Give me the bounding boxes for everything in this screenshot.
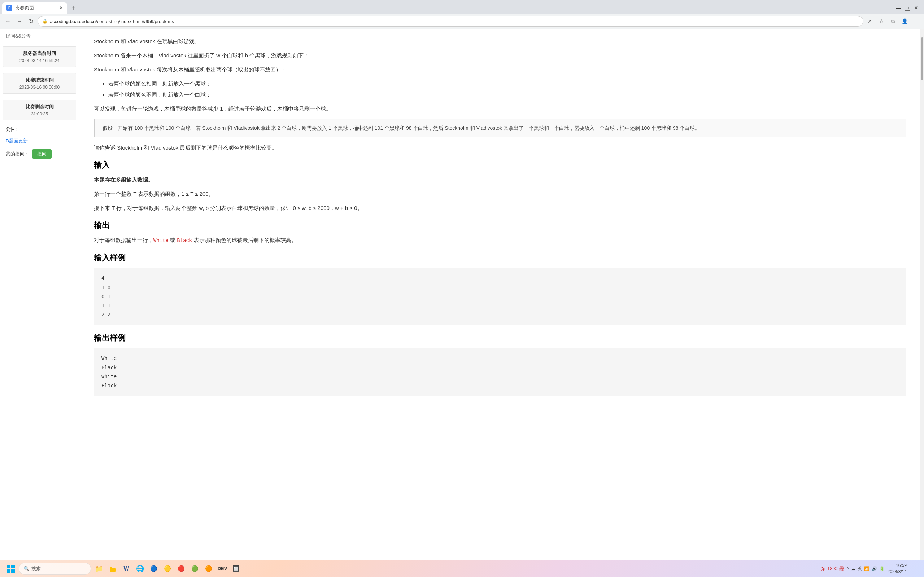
taskbar-app-dev[interactable]: DEV (216, 562, 229, 575)
nav-actions: ↗ ☆ ⧉ 👤 ⋮ (865, 16, 921, 26)
taskbar-app-5[interactable]: 🟠 (202, 562, 215, 575)
output-desc: 对于每组数据输出一行，White 或 Black 表示那种颜色的球被最后剩下的概… (94, 235, 906, 245)
input-title: 输入 (94, 160, 906, 171)
tab-title: 比赛页面 (15, 5, 34, 11)
show-desktop-button[interactable] (909, 564, 920, 574)
taskbar-app-3[interactable]: 🔴 (175, 562, 188, 575)
tab-close-button[interactable]: × (60, 5, 63, 11)
rule-1: 若两个球的颜色相同，则新放入一个黑球； (108, 79, 906, 89)
systray-lang[interactable]: 英 (858, 566, 862, 572)
server-time-value: 2023-03-14 16:59:24 (7, 58, 72, 63)
output-desc-suffix: 表示那种颜色的球被最后剩下的概率较高。 (192, 237, 296, 243)
contest-remain-value: 31:00:35 (7, 111, 72, 116)
output-title: 输出 (94, 220, 906, 231)
output-code-black: Black (177, 238, 192, 243)
rule-2: 若两个球的颜色不同，则新放入一个白球； (108, 90, 906, 100)
taskbar-app-6[interactable]: 🔲 (229, 562, 242, 575)
output-desc-middle: 或 (168, 237, 177, 243)
input-example-code: 4 1 0 0 1 1 1 2 2 (94, 268, 906, 325)
output-example-code: White Black White Black (94, 348, 906, 396)
systray-battery[interactable]: 🔋 (879, 566, 885, 571)
main-content: Stockholm 和 Vladivostok 在玩黑白球游戏。 Stockho… (79, 29, 921, 560)
lock-icon: 🔒 (42, 19, 48, 24)
notice-label: 公告: (0, 123, 79, 135)
server-time-label: 服务器当前时间 (7, 50, 72, 56)
taskbar-app-files[interactable]: 📁 (92, 562, 105, 575)
input-example-title: 输入样例 (94, 253, 906, 263)
taskbar-app-4[interactable]: 🟢 (188, 562, 201, 575)
reload-button[interactable]: ↻ (26, 16, 36, 26)
taskbar-app-2[interactable]: 🟡 (161, 562, 174, 575)
browser-chrome: B 比赛页面 × + — □ × ← → ↻ 🔒 accoding.buaa.e… (0, 0, 924, 29)
intro-2: Stockholm 备来一个木桶，Vladivostok 往里面扔了 w 个白球… (94, 50, 906, 60)
systray-wifi[interactable]: 📶 (864, 566, 869, 571)
minimize-button[interactable]: — (896, 5, 901, 11)
intro-1: Stockholm 和 Vladivostok 在玩黑白球游戏。 (94, 36, 906, 46)
tab-split-button[interactable]: ⧉ (888, 16, 898, 26)
server-time-box: 服务器当前时间 2023-03-14 16:59:24 (3, 46, 76, 67)
svg-rect-4 (110, 567, 112, 568)
taskbar-app-explorer[interactable] (106, 562, 119, 575)
taskbar-left: 🔍 搜索 📁 W 🌐 🔵 🟡 🔴 🟢 🟠 DEV 🔲 (4, 562, 242, 575)
taskbar-search[interactable]: 🔍 搜索 (19, 562, 91, 575)
share-button[interactable]: ↗ (865, 16, 875, 26)
browser-tab[interactable]: B 比赛页面 × (2, 2, 67, 14)
svg-rect-1 (11, 565, 15, 568)
conclusion: 可以发现，每进行一轮游戏，木桶里球的数量将减少 1，经过若干轮游戏后，木桶中将只… (94, 104, 906, 114)
address-bar[interactable]: 🔒 accoding.buaa.edu.cn/contest-ng/index.… (37, 16, 863, 27)
contest-remain-box: 比赛剩余时间 31:00:35 (3, 100, 76, 121)
taskbar-systray: ^ ☁ 英 📶 🔊 🔋 (847, 566, 885, 572)
notice-item-d[interactable]: D题面更新 (0, 135, 79, 147)
url-text: accoding.buaa.edu.cn/contest-ng/index.ht… (50, 19, 174, 24)
sidebar: 提问&&公告 服务器当前时间 2023-03-14 16:59:24 比赛结束时… (0, 29, 79, 560)
taskbar-clock[interactable]: 16:59 2023/3/14 (888, 562, 907, 575)
forward-button[interactable]: → (15, 16, 24, 26)
search-placeholder: 搜索 (31, 566, 41, 572)
taskbar-right: 🌫 18°C 霾 ^ ☁ 英 📶 🔊 🔋 16:59 2023/3/14 (821, 562, 920, 575)
systray-cloud[interactable]: ☁ (851, 566, 855, 571)
maximize-button[interactable]: □ (905, 5, 910, 11)
question-button[interactable]: 提问 (32, 149, 52, 159)
tab-favicon: B (6, 5, 12, 11)
back-button[interactable]: ← (3, 16, 13, 26)
weather-widget[interactable]: 🌫 18°C 霾 (821, 566, 844, 572)
nav-bar: ← → ↻ 🔒 accoding.buaa.edu.cn/contest-ng/… (0, 14, 924, 29)
input-desc-2: 接下来 T 行，对于每组数据，输入两个整数 w, b 分别表示白球和黑球的数量，… (94, 203, 906, 213)
contest-end-label: 比赛结束时间 (7, 77, 72, 83)
output-desc-prefix: 对于每组数据输出一行， (94, 237, 153, 243)
profile-button[interactable]: 👤 (900, 16, 909, 26)
input-desc-bold: 本题存在多组输入数据。 (94, 175, 906, 185)
page-layout: 提问&&公告 服务器当前时间 2023-03-14 16:59:24 比赛结束时… (0, 29, 924, 560)
scroll-thumb (921, 37, 923, 81)
close-button[interactable]: × (913, 5, 919, 11)
svg-rect-0 (7, 565, 10, 568)
sidebar-nav-questions[interactable]: 提问&&公告 (0, 29, 79, 43)
taskbar-app-1[interactable]: 🔵 (147, 562, 160, 575)
file-explorer-icon (109, 565, 116, 572)
svg-rect-2 (7, 569, 10, 573)
example-quote: 假设一开始有 100 个黑球和 100 个白球，若 Stockholm 和 Vl… (94, 119, 906, 137)
systray-volume[interactable]: 🔊 (872, 566, 877, 571)
bookmark-button[interactable]: ☆ (876, 16, 887, 26)
clock-time: 16:59 (888, 562, 907, 569)
weather-desc: 霾 (839, 566, 844, 572)
windows-logo-icon (6, 564, 15, 573)
clock-date: 2023/3/14 (888, 569, 907, 575)
new-tab-button[interactable]: + (69, 3, 79, 13)
systray-caret[interactable]: ^ (847, 566, 849, 571)
menu-button[interactable]: ⋮ (911, 16, 921, 26)
weather-temp: 18°C (827, 566, 838, 571)
taskbar-apps: 📁 W 🌐 🔵 🟡 🔴 🟢 🟠 DEV 🔲 (92, 562, 242, 575)
svg-rect-3 (11, 569, 15, 573)
output-example-title: 输出样例 (94, 332, 906, 343)
taskbar-app-edge[interactable]: 🌐 (134, 562, 147, 575)
start-button[interactable] (4, 562, 17, 575)
right-scrollbar[interactable] (921, 29, 924, 560)
contest-remain-label: 比赛剩余时间 (7, 103, 72, 110)
rules-list: 若两个球的颜色相同，则新放入一个黑球； 若两个球的颜色不同，则新放入一个白球； (94, 79, 906, 100)
taskbar-app-word[interactable]: W (120, 562, 133, 575)
taskbar: 🔍 搜索 📁 W 🌐 🔵 🟡 🔴 🟢 🟠 DEV 🔲 (0, 560, 924, 577)
input-desc-1: 第一行一个整数 T 表示数据的组数，1 ≤ T ≤ 200。 (94, 189, 906, 199)
question-label: 我的提问： (6, 151, 29, 157)
contest-end-value: 2023-03-16 00:00:00 (7, 85, 72, 90)
